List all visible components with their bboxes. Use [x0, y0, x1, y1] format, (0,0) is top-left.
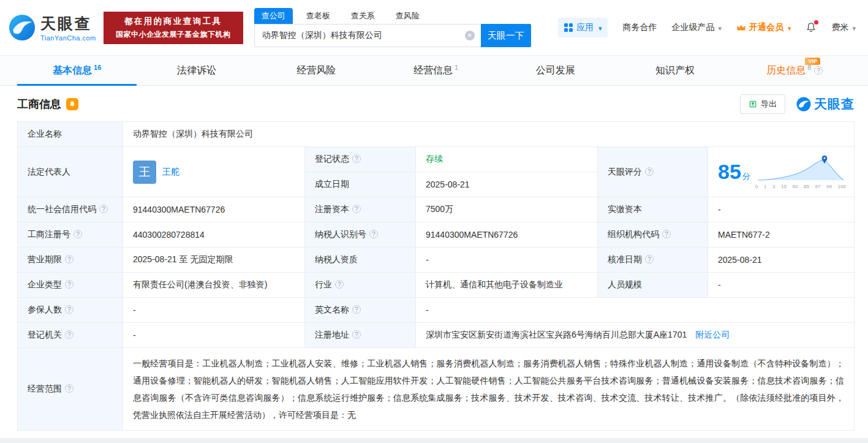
help-icon[interactable] [645, 255, 654, 263]
footer-strip [0, 438, 868, 443]
credit-code-value: 91440300MAETN67726 [123, 197, 305, 222]
slogan-line2: 国家中小企业发展子基金旗下机构 [110, 29, 237, 40]
field-label: 登记状态 [315, 154, 349, 164]
field-label: 注册资本 [315, 204, 349, 214]
tianyancha-logo[interactable]: 天眼查 TianYanCha.com [9, 13, 96, 42]
tab-intellectual-property[interactable]: 知识产权 [615, 56, 734, 85]
industry-value: 计算机、通信和其他电子设备制造业 [416, 273, 598, 298]
search-input[interactable] [254, 24, 481, 47]
help-icon[interactable] [99, 205, 108, 213]
table-row: 经营范围 一般经营项目是：工业机器人制造；工业机器人安装、维修；工业机器人销售；… [18, 348, 855, 431]
reg-authority-value: - [123, 323, 305, 348]
tab-company-development[interactable]: 公司发展 [496, 56, 615, 85]
monitor-bell-icon[interactable] [66, 98, 78, 110]
table-row: 统一社会信用代码 91440300MAETN67726 注册资本 7500万 实… [18, 197, 855, 222]
slogan-line1: 都在用的商业查询工具 [110, 16, 237, 27]
chevron-down-icon [851, 23, 856, 32]
legal-rep-cell: 王 王舵 [123, 147, 305, 197]
business-info-header: 工商信息 导出 天眼查 [0, 86, 868, 121]
field-label: 企业类型 [28, 279, 62, 289]
help-icon[interactable] [814, 66, 823, 75]
chevron-down-icon [597, 23, 602, 32]
export-icon [749, 100, 757, 108]
search-tab-relation[interactable]: 查关系 [344, 8, 382, 24]
help-icon[interactable] [65, 384, 74, 393]
reg-address-cell: 深圳市宝安区新安街道海滨社区宝兴路6号海纳百川总部大厦A座1701 附近公司 [416, 323, 855, 348]
help-icon[interactable] [352, 330, 361, 339]
apps-menu[interactable]: 应用 [558, 18, 608, 37]
help-icon[interactable] [369, 230, 378, 238]
enterprise-products-menu[interactable]: 企业级产品 [671, 22, 722, 33]
export-button[interactable]: 导出 [740, 94, 785, 114]
search-tab-company[interactable]: 查公司 [254, 8, 293, 24]
insured-count-value: - [123, 298, 305, 323]
help-icon[interactable] [335, 280, 344, 289]
search-tab-risk[interactable]: 查风险 [388, 8, 427, 24]
field-label: 纳税人识别号 [315, 229, 366, 239]
company-type-value: 有限责任公司(港澳台投资、非独资) [123, 273, 305, 298]
search-button[interactable]: 天眼一下 [481, 24, 531, 47]
help-icon[interactable] [65, 305, 74, 314]
header: 天眼查 TianYanCha.com 都在用的商业查询工具 国家中小企业发展子基… [0, 0, 868, 55]
tab-operation-info[interactable]: 经营信息1 [376, 56, 496, 85]
search-area: 查公司 查老板 查关系 查风险 天眼一下 [254, 8, 531, 47]
est-date-value: 2025-08-21 [416, 172, 598, 197]
help-icon[interactable] [352, 305, 361, 314]
help-icon[interactable] [65, 330, 74, 339]
field-label: 法定代表人 [18, 147, 123, 197]
field-label: 登记机关 [28, 330, 62, 339]
tab-operation-risk[interactable]: 经营风险 [257, 56, 376, 85]
business-scope-value: 一般经营项目是：工业机器人制造；工业机器人安装、维修；工业机器人销售；服务消费机… [123, 348, 855, 431]
tianyancha-watermark: 天眼查 [796, 96, 855, 113]
vip-membership-menu[interactable]: 开通会员 [736, 22, 791, 33]
logo-title: 天眼查 [40, 13, 96, 34]
business-cooperation-link[interactable]: 商务合作 [622, 22, 657, 33]
help-icon[interactable] [74, 230, 82, 238]
help-icon[interactable] [352, 205, 361, 213]
taxpayer-id-value: 91440300MAETN67726 [416, 222, 598, 248]
field-label: 英文名称 [315, 305, 349, 314]
paid-capital-value: - [708, 197, 855, 222]
score-axis: 0131550859799100 [755, 184, 846, 189]
tab-history-info[interactable]: VIP 历史信息8 [735, 56, 855, 85]
field-label: 营业期限 [28, 254, 62, 264]
help-icon[interactable] [662, 230, 671, 238]
table-row: 法定代表人 王 王舵 登记状态 存续 天眼评分 85分 [18, 147, 855, 172]
help-icon[interactable] [65, 280, 74, 289]
field-label: 实缴资本 [598, 197, 708, 222]
username: 费米 [831, 22, 848, 33]
help-icon[interactable] [645, 167, 654, 176]
clear-icon[interactable] [465, 31, 475, 40]
user-menu[interactable]: 费米 [831, 22, 856, 33]
table-row: 工商注册号 440300280728814 纳税人识别号 91440300MAE… [18, 222, 855, 248]
reg-capital-value: 7500万 [416, 197, 598, 222]
top-nav: 应用 商务合作 企业级产品 开通会员 费米 [558, 18, 856, 37]
section-title: 工商信息 [17, 97, 61, 112]
nearby-companies-link[interactable]: 附近公司 [695, 330, 730, 339]
approval-date-value: 2025-08-21 [708, 248, 855, 273]
slogan-banner: 都在用的商业查询工具 国家中小企业发展子基金旗下机构 [104, 12, 243, 44]
legal-rep-link[interactable]: 王舵 [162, 167, 179, 178]
reg-status-value: 存续 [416, 147, 598, 172]
company-name-value: 动界智控（深圳）科技有限公司 [123, 122, 855, 147]
section-tabs: 基本信息16 法律诉讼 经营风险 经营信息1 公司发展 知识产权 VIP 历史信… [0, 55, 868, 86]
org-code-value: MAETN677-2 [708, 222, 855, 248]
score-cell: 85分 0131550859799100 [708, 147, 855, 197]
help-icon[interactable] [65, 255, 74, 263]
table-row: 企业类型 有限责任公司(港澳台投资、非独资) 行业 计算机、通信和其他电子设备制… [18, 273, 855, 298]
help-icon[interactable] [352, 154, 361, 163]
apps-label: 应用 [576, 22, 594, 33]
field-label: 纳税人资质 [305, 248, 416, 273]
crown-icon [736, 23, 746, 32]
avatar: 王 [133, 161, 156, 184]
field-label: 工商注册号 [28, 229, 70, 239]
field-label: 企业名称 [18, 122, 123, 147]
tab-legal-litigation[interactable]: 法律诉讼 [137, 56, 256, 85]
search-tabs: 查公司 查老板 查关系 查风险 [254, 8, 531, 24]
field-label: 统一社会信用代码 [28, 204, 96, 214]
notifications-bell[interactable] [806, 22, 817, 33]
business-term-value: 2025-08-21 至 无固定期限 [123, 248, 305, 273]
business-info-table: 企业名称 动界智控（深圳）科技有限公司 法定代表人 王 王舵 登记状态 存续 天… [17, 121, 855, 431]
search-tab-boss[interactable]: 查老板 [299, 8, 338, 24]
tab-basic-info[interactable]: 基本信息16 [17, 56, 137, 85]
